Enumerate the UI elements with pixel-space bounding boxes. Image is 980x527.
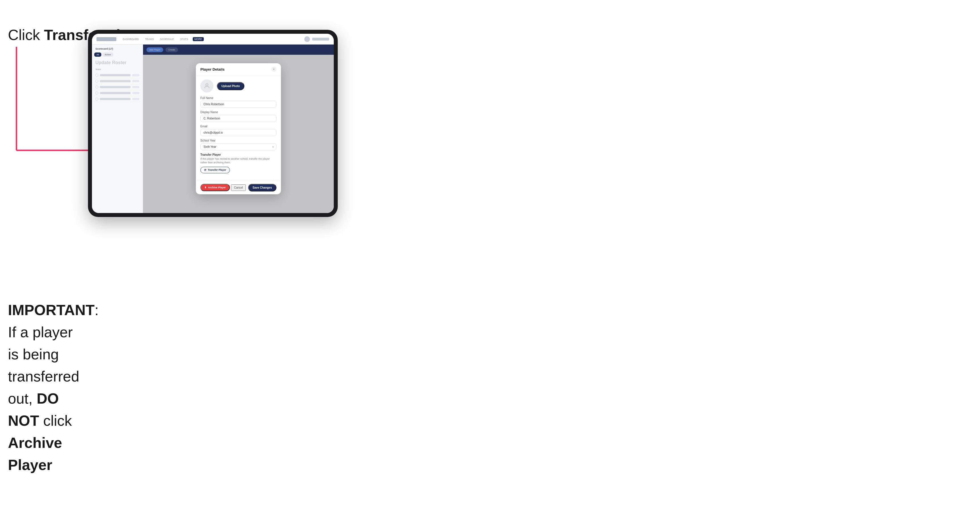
display-name-input[interactable] [200,115,277,122]
main-content: Add Player Create Player Details × [143,44,334,213]
app-logo [97,37,116,41]
topbar-avatar [304,36,310,42]
school-year-select[interactable]: Sixth Year [200,143,277,150]
chevron-down-icon: ▾ [272,146,274,148]
team-label: Team [94,68,140,71]
archive-icon: ⬇ [204,186,207,189]
player-check [95,86,98,89]
player-name-bar [100,74,130,76]
transfer-section-title: Transfer Player [200,153,277,156]
archive-btn-label: Archive Player [208,186,226,189]
transfer-icon: ⟳ [204,168,206,171]
nav-teams[interactable]: TEAMS [143,37,156,41]
school-year-select-wrapper: Sixth Year ▾ [200,143,277,150]
panel-header: Scorecard (17) [94,48,140,50]
full-name-field: Full Name [200,97,277,108]
modal-title: Player Details [200,67,224,71]
display-name-label: Display Name [200,111,277,114]
modal-body: Upload Photo Full Name Display Name [196,75,281,180]
transfer-player-btn-label: Transfer Player [208,168,226,171]
display-name-field: Display Name [200,111,277,122]
footer-right: Cancel Save Changes [231,184,277,192]
player-stat [132,92,139,94]
player-check [95,98,98,100]
player-name-bar [100,86,130,88]
user-icon [204,83,210,89]
app-topbar: DASHBOARD TEAMS SCHEDULE STATS MORE [92,34,334,44]
modal-close-button[interactable]: × [271,67,277,72]
full-name-input[interactable] [200,101,277,108]
nav-schedule[interactable]: SCHEDULE [158,37,176,41]
player-row[interactable] [94,78,140,84]
email-input[interactable] [200,129,277,136]
filter-all[interactable]: All [94,52,101,57]
player-check [95,80,98,83]
avatar-circle [200,79,213,92]
left-panel: Scorecard (17) All Active Update Roster … [92,44,143,213]
nav-stats[interactable]: STATS [178,37,190,41]
tablet-device: DASHBOARD TEAMS SCHEDULE STATS MORE Scor… [88,30,338,217]
svg-point-3 [206,84,208,86]
player-stat [132,86,139,88]
save-changes-button[interactable]: Save Changes [248,184,277,192]
filter-active[interactable]: Active [102,52,113,57]
content-area: Scorecard (17) All Active Update Roster … [92,44,334,213]
email-label: Email [200,125,277,128]
player-name-bar [100,98,130,100]
player-check [95,74,98,76]
player-stat [132,74,139,76]
player-name-bar [100,92,130,94]
app-topbar-right [304,36,329,42]
player-row[interactable] [94,84,140,90]
avatar-section: Upload Photo [200,79,277,92]
transfer-description: If this player has moved to another scho… [200,157,277,164]
school-year-label: School Year [200,139,277,142]
player-row[interactable] [94,96,140,102]
archive-player-button[interactable]: ⬇ Archive Player [200,184,230,191]
modal-overlay: Player Details × [143,44,334,213]
nav-more[interactable]: MORE [193,37,204,41]
app-nav: DASHBOARD TEAMS SCHEDULE STATS MORE [121,37,300,41]
player-name-bar [100,80,130,82]
transfer-player-button[interactable]: ⟳ Transfer Player [200,167,230,173]
nav-dashboard[interactable]: DASHBOARD [121,37,140,41]
player-details-modal: Player Details × [196,63,281,194]
cancel-button[interactable]: Cancel [231,184,245,191]
player-row[interactable] [94,90,140,96]
filter-row: All Active [94,52,140,57]
player-row[interactable] [94,72,140,78]
click-prefix: Click [8,27,44,43]
important-label: IMPORTANT: If a player is being transfer… [8,302,99,473]
tablet-screen: DASHBOARD TEAMS SCHEDULE STATS MORE Scor… [92,34,334,213]
instruction-bottom: IMPORTANT: If a player is being transfer… [8,299,82,476]
modal-header: Player Details × [196,63,281,75]
player-stat [132,80,139,82]
full-name-label: Full Name [200,97,277,100]
school-year-field: School Year Sixth Year ▾ [200,139,277,150]
email-field: Email [200,125,277,136]
update-roster-title: Update Roster [95,60,140,65]
player-stat [132,98,139,100]
modal-footer: ⬇ Archive Player Cancel Save Changes [196,181,281,194]
topbar-name [312,38,329,41]
transfer-section: Transfer Player If this player has moved… [200,153,277,173]
upload-photo-button[interactable]: Upload Photo [217,82,244,90]
player-check [95,92,98,94]
